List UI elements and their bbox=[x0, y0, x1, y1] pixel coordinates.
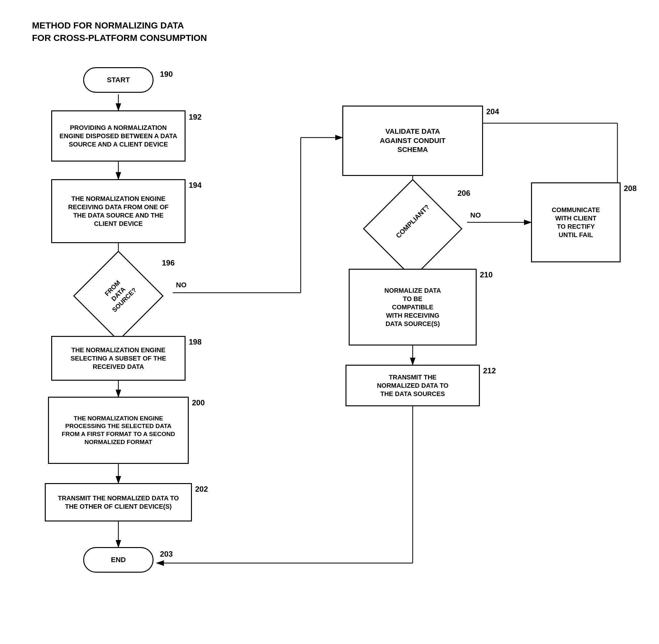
node-208: COMMUNICATE WITH CLIENT TO RECTIFY UNTIL… bbox=[531, 182, 621, 262]
node-198: THE NORMALIZATION ENGINE SELECTING A SUB… bbox=[51, 336, 185, 381]
ref-204: 204 bbox=[486, 107, 499, 116]
ref-192: 192 bbox=[189, 113, 202, 121]
ref-194: 194 bbox=[189, 181, 202, 190]
node-196-wrapper: FROM DATA SOURCE? bbox=[78, 256, 158, 336]
end-node: END bbox=[83, 547, 154, 573]
ref-203: 203 bbox=[160, 550, 173, 558]
node-202: TRANSMIT THE NORMALIZED DATA TO THE OTHE… bbox=[45, 483, 192, 522]
ref-212: 212 bbox=[483, 366, 496, 375]
node-210: NORMALIZE DATA TO BE COMPATIBLE WITH REC… bbox=[349, 269, 477, 346]
flowchart: YES NO YES NO START 190 PROVIDING A NORM… bbox=[19, 58, 646, 634]
page-title: METHOD FOR NORMALIZING DATA FOR CROSS-PL… bbox=[32, 19, 207, 44]
node-206-wrapper: COMPLIANT? bbox=[369, 186, 456, 272]
svg-text:NO: NO bbox=[176, 281, 186, 289]
node-194: THE NORMALIZATION ENGINE RECEIVING DATA … bbox=[51, 179, 185, 243]
svg-text:NO: NO bbox=[470, 211, 481, 219]
ref-208: 208 bbox=[624, 184, 637, 193]
ref-202: 202 bbox=[195, 485, 208, 493]
ref-200: 200 bbox=[192, 398, 205, 407]
ref-190: 190 bbox=[160, 70, 173, 79]
node-212: TRANSMIT THE NORMALIZED DATA TO THE DATA… bbox=[345, 365, 480, 406]
node-200: THE NORMALIZATION ENGINE PROCESSING THE … bbox=[48, 397, 189, 464]
ref-198: 198 bbox=[189, 338, 202, 346]
ref-206: 206 bbox=[457, 189, 470, 198]
page: METHOD FOR NORMALIZING DATA FOR CROSS-PL… bbox=[0, 0, 659, 644]
ref-210: 210 bbox=[480, 270, 493, 279]
ref-196: 196 bbox=[162, 258, 175, 268]
node-204: VALIDATE DATA AGAINST CONDUIT SCHEMA bbox=[342, 106, 483, 176]
start-node: START bbox=[83, 67, 154, 93]
node-192: PROVIDING A NORMALIZATION ENGINE DISPOSE… bbox=[51, 110, 185, 162]
